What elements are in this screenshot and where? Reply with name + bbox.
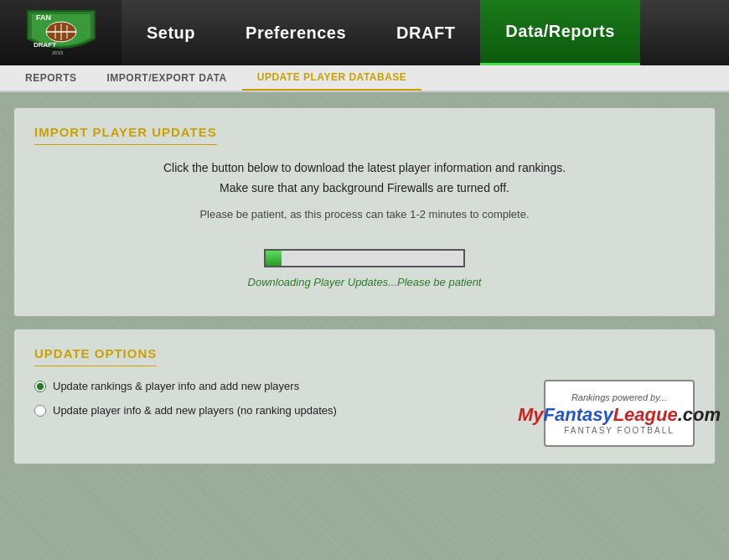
progress-container: Downloading Player Updates...Please be p…: [34, 249, 695, 288]
logo-area: FAN DRAFT 2015: [0, 0, 122, 65]
svg-text:2015: 2015: [52, 50, 64, 55]
nav-items: Setup Preferences DRAFT Data/Reports: [122, 0, 729, 65]
fandraft-logo: FAN DRAFT 2015: [23, 7, 99, 59]
progress-bar-fill: [266, 251, 282, 266]
radio-rankings[interactable]: [34, 381, 46, 392]
main-content: IMPORT PLAYER UPDATES Click the button b…: [0, 92, 729, 480]
sub-nav-update-player-db[interactable]: UPDATE PLAYER DATABASE: [242, 65, 422, 91]
update-options-panel: UPDATE OPTIONS Update rankings & player …: [13, 329, 716, 464]
sub-nav: REPORTS IMPORT/EXPORT DATA UPDATE PLAYER…: [0, 65, 729, 92]
radio-option-1[interactable]: Update rankings & player info and add ne…: [34, 380, 527, 392]
import-description: Click the button below to download the l…: [34, 158, 695, 224]
progress-bar: [264, 249, 465, 267]
sub-nav-reports[interactable]: REPORTS: [10, 65, 92, 91]
import-panel-title: IMPORT PLAYER UPDATES: [34, 125, 217, 145]
radio-option-2[interactable]: Update player info & add new players (no…: [34, 404, 527, 417]
update-options-content: Update rankings & player info and add ne…: [34, 380, 695, 447]
radio-options: Update rankings & player info and add ne…: [34, 380, 527, 428]
nav-draft[interactable]: DRAFT: [371, 0, 480, 65]
import-panel: IMPORT PLAYER UPDATES Click the button b…: [13, 107, 716, 317]
svg-text:DRAFT: DRAFT: [34, 41, 56, 49]
nav-data-reports[interactable]: Data/Reports: [480, 0, 639, 65]
nav-setup[interactable]: Setup: [122, 0, 220, 65]
mfl-powered-by: Rankings powered by...: [571, 392, 667, 402]
sub-nav-import-export[interactable]: IMPORT/EXPORT DATA: [92, 65, 242, 91]
radio-no-rankings[interactable]: [34, 405, 46, 417]
mfl-logo-text: MyFantasyLeague.com: [518, 406, 721, 424]
progress-label: Downloading Player Updates...Please be p…: [248, 276, 482, 288]
nav-preferences[interactable]: Preferences: [220, 0, 371, 65]
mfl-subtitle: Fantasy Football: [564, 426, 675, 435]
top-nav: FAN DRAFT 2015 Setup Preferences DRAFT D…: [0, 0, 729, 65]
mfl-badge: Rankings powered by... MyFantasyLeague.c…: [544, 380, 695, 447]
update-options-title: UPDATE OPTIONS: [34, 346, 157, 366]
svg-text:FAN: FAN: [36, 13, 51, 22]
